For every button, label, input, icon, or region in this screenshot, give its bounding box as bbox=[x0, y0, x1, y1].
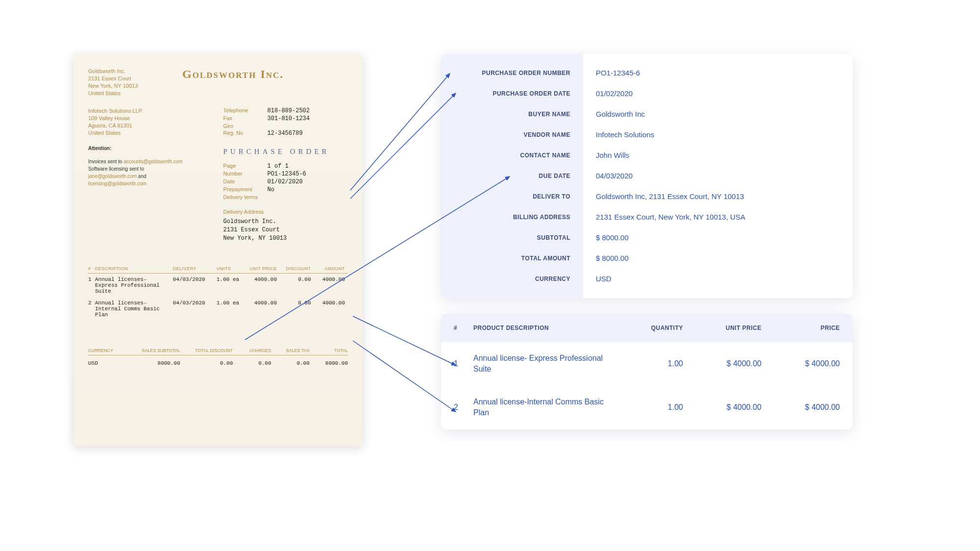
invoice-email-1: accounts@goldsworth.com bbox=[123, 159, 182, 164]
items-col-unitprice: UNIT PRICE bbox=[683, 325, 761, 331]
label-po-number: PURCHASE ORDER NUMBER bbox=[450, 63, 570, 83]
label-po-date: PURCHASE ORDER DATE bbox=[450, 83, 570, 104]
item-discount: 0.00 bbox=[280, 300, 314, 318]
totals-subtotal: 8000.00 bbox=[127, 360, 180, 366]
col-discount-header: DISCOUNT bbox=[280, 266, 314, 271]
regno-value: 12-3456789 bbox=[268, 130, 303, 137]
invoice-email-3: licensing@goldsworth.com bbox=[88, 181, 147, 186]
extracted-items-header: # PRODUCT DESCRIPTION QUANTITY UNIT PRIC… bbox=[441, 314, 853, 342]
item-desc: Annual license-Internal Comms Basic Plan bbox=[473, 397, 619, 419]
date-label: Date bbox=[223, 178, 268, 185]
delivery-line2: 2131 Essex Court bbox=[223, 226, 348, 234]
item-unitprice: $ 4000.00 bbox=[683, 359, 761, 368]
label-deliver-to: DELIVER TO bbox=[450, 186, 570, 207]
item-unitprice: 4000.00 bbox=[246, 300, 280, 318]
totals-subtotal-header: SALES SUBTOTAL bbox=[127, 348, 180, 353]
label-subtotal: SUBTOTAL bbox=[450, 227, 570, 248]
telephone-label: Telephone bbox=[223, 107, 268, 114]
page-label: Page bbox=[223, 163, 268, 170]
value-contact: John Wills bbox=[596, 145, 840, 166]
list-item: 1 Annual license- Express Professional S… bbox=[441, 342, 853, 386]
col-desc-header: DESCRIPTION bbox=[95, 266, 173, 271]
item-num: 1 bbox=[454, 359, 473, 368]
item-amount: 4000.00 bbox=[314, 276, 348, 294]
item-num: 1 bbox=[88, 276, 95, 294]
invoice-note-text2: Software licensing sent to bbox=[88, 166, 144, 172]
item-price: $ 4000.00 bbox=[761, 403, 840, 412]
value-subtotal: $ 8000.00 bbox=[596, 227, 840, 248]
items-col-desc: PRODUCT DESCRIPTION bbox=[473, 325, 619, 331]
label-currency: CURRENCY bbox=[450, 269, 570, 289]
label-contact: CONTACT NAME bbox=[450, 145, 570, 166]
items-col-qty: QUANTITY bbox=[619, 325, 683, 331]
vendor-line3: United States bbox=[88, 129, 213, 137]
table-row: 2 Annual licenses- Internal Comms Basic … bbox=[88, 297, 348, 321]
value-billing: 2131 Essex Court, New York, NY 10013, US… bbox=[596, 207, 840, 227]
purchase-order-document: Goldsworth Inc. 2131 Essex Court New Yor… bbox=[74, 54, 363, 446]
totals-tax-header: SALES TAX bbox=[271, 348, 310, 353]
totals-currency: USD bbox=[88, 360, 127, 366]
info-values-column: PO1-12345-6 01/02/2020 Goldsworth Inc In… bbox=[583, 54, 853, 298]
vendor-line2: Aguora, CA 91301 bbox=[88, 122, 213, 129]
col-num-header: # bbox=[88, 266, 95, 271]
arrow-icon bbox=[350, 74, 450, 190]
totals-charges: 0.00 bbox=[233, 360, 271, 366]
prepayment-label: Prepayment bbox=[223, 186, 268, 193]
page-value: 1 of 1 bbox=[268, 163, 289, 170]
totals-discount: 0.00 bbox=[180, 360, 233, 366]
col-delivery-header: DELIVERY bbox=[173, 266, 217, 271]
value-po-date: 01/02/2020 bbox=[596, 83, 840, 104]
extracted-info-card: PURCHASE ORDER NUMBER PURCHASE ORDER DAT… bbox=[441, 54, 853, 298]
extracted-items-body: 1 Annual license- Express Professional S… bbox=[441, 342, 853, 429]
label-total: TOTAL AMOUNT bbox=[450, 248, 570, 269]
totals-total: 8000.00 bbox=[310, 360, 348, 366]
item-qty: 1.00 bbox=[619, 359, 683, 368]
vendor-line1: 109 Valley House bbox=[88, 115, 213, 122]
item-unitprice: 4000.00 bbox=[246, 276, 280, 294]
info-labels-column: PURCHASE ORDER NUMBER PURCHASE ORDER DAT… bbox=[441, 54, 583, 298]
label-due: DUE DATE bbox=[450, 166, 570, 186]
item-amount: 4000.00 bbox=[314, 300, 348, 318]
value-currency: USD bbox=[596, 269, 840, 289]
items-col-num: # bbox=[454, 325, 473, 331]
items-table-header: # DESCRIPTION DELIVERY UNITS UNIT PRICE … bbox=[88, 266, 348, 274]
totals-header: CURRENCY SALES SUBTOTAL TOTAL DISCOUNT C… bbox=[88, 348, 348, 355]
table-row: 1 Annual licenses- Express Professional … bbox=[88, 274, 348, 297]
delivery-address: Goldsworth Inc. 2131 Essex Court New Yor… bbox=[223, 218, 348, 242]
arrow-icon bbox=[353, 341, 456, 412]
telephone-value: 818-889-2502 bbox=[268, 107, 310, 114]
totals-charges-header: CHARGES bbox=[233, 348, 271, 353]
invoice-email-2: jane@goldsworth.com bbox=[88, 174, 137, 179]
totals-tax: 0.00 bbox=[271, 360, 310, 366]
totals-row: USD 8000.00 0.00 0.00 0.00 8000.00 bbox=[88, 355, 348, 371]
value-total: $ 8000.00 bbox=[596, 248, 840, 269]
item-delivery: 04/03/2020 bbox=[173, 276, 217, 294]
totals-currency-header: CURRENCY bbox=[88, 348, 127, 353]
item-units: 1.00 ea bbox=[217, 276, 246, 294]
item-desc: Annual licenses- Internal Comms Basic Pl… bbox=[95, 300, 173, 318]
col-units-header: UNITS bbox=[217, 266, 246, 271]
delivery-terms-label: Delivery terms bbox=[223, 194, 268, 200]
arrow-icon bbox=[350, 93, 456, 199]
value-buyer: Goldsworth Inc bbox=[596, 104, 840, 125]
delivery-line1: Goldsworth Inc. bbox=[223, 218, 348, 226]
prepayment-value: No bbox=[268, 186, 274, 193]
item-qty: 1.00 bbox=[619, 403, 683, 412]
item-num: 2 bbox=[454, 403, 473, 412]
item-price: $ 4000.00 bbox=[761, 359, 840, 368]
item-num: 2 bbox=[88, 300, 95, 318]
value-vendor: Infotech Solutions bbox=[596, 125, 840, 145]
invoice-note-and: and bbox=[137, 174, 146, 179]
date-value: 01/02/2020 bbox=[268, 178, 303, 185]
fax-label: Fax bbox=[223, 115, 268, 122]
items-col-price: PRICE bbox=[761, 325, 840, 331]
arrow-icon bbox=[353, 316, 456, 365]
extracted-items-card: # PRODUCT DESCRIPTION QUANTITY UNIT PRIC… bbox=[441, 314, 853, 429]
vendor-name: Infotech Solutions LLP. bbox=[88, 107, 213, 115]
value-po-number: PO1-12345-6 bbox=[596, 63, 840, 83]
value-due: 04/03/2020 bbox=[596, 166, 840, 186]
delivery-line3: New York, NY 10013 bbox=[223, 234, 348, 243]
label-billing: BILLING ADDRESS bbox=[450, 207, 570, 227]
item-desc: Annual license- Express Professional Sui… bbox=[473, 353, 619, 375]
item-discount: 0.00 bbox=[280, 276, 314, 294]
